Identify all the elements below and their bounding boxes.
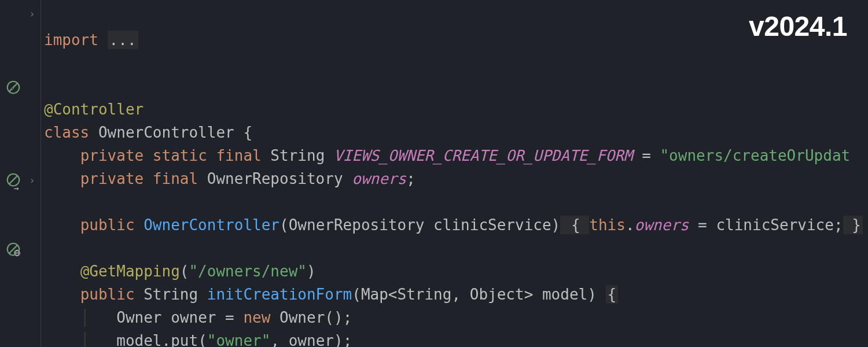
type-string: String bbox=[270, 147, 334, 164]
code-line: public OwnerController(OwnerRepository c… bbox=[44, 216, 863, 234]
constructor-name: OwnerController bbox=[144, 216, 279, 234]
assignment: = clinicService; bbox=[689, 216, 843, 234]
code-line: @Controller bbox=[44, 101, 144, 118]
comma: , bbox=[270, 332, 288, 347]
editor-gutter: › → › bbox=[0, 0, 41, 347]
paren-semi: (); bbox=[325, 309, 352, 326]
var-model: model bbox=[116, 332, 161, 347]
code-line: @GetMapping("/owners/new") bbox=[44, 263, 316, 280]
var-owner: owner bbox=[171, 309, 216, 326]
fold-toggle-icon[interactable]: › bbox=[29, 9, 35, 19]
type-ownerrepository: OwnerRepository bbox=[207, 170, 352, 187]
code-line: private final OwnerRepository owners; bbox=[44, 170, 415, 187]
folded-body-close[interactable]: } bbox=[843, 216, 863, 234]
type-owner: Owner bbox=[116, 309, 171, 326]
code-line: import ... bbox=[44, 31, 138, 49]
semicolon: ; bbox=[406, 170, 415, 187]
keyword-new: new bbox=[243, 309, 279, 326]
folded-placeholder[interactable]: ... bbox=[108, 31, 138, 49]
string-literal: "owner" bbox=[207, 332, 271, 347]
type-string: String bbox=[144, 286, 207, 303]
keyword-import: import bbox=[44, 31, 108, 49]
method-initcreationform: initCreationForm bbox=[207, 286, 352, 303]
operator-eq: = bbox=[633, 147, 660, 164]
class-name: OwnerController bbox=[98, 124, 243, 141]
keyword-this: this bbox=[589, 216, 626, 234]
keyword-public: public bbox=[80, 216, 144, 234]
code-line: public String initCreationForm(Map<Strin… bbox=[44, 285, 618, 304]
gutter-border bbox=[41, 0, 41, 347]
annotation-controller: @Controller bbox=[44, 101, 144, 118]
folded-body-open[interactable]: { bbox=[560, 216, 589, 234]
close-paren-semi: ); bbox=[334, 332, 352, 347]
operator-eq: = bbox=[216, 309, 243, 326]
code-line: │ model.put("owner", owner); bbox=[44, 332, 352, 347]
svg-line-1 bbox=[9, 83, 18, 92]
keyword-class: class bbox=[44, 124, 98, 141]
keyword-private: private bbox=[80, 170, 153, 187]
version-watermark: v2024.1 bbox=[749, 13, 847, 40]
field-owners: owners bbox=[352, 170, 406, 187]
code-editor[interactable]: import ... @Controller class OwnerContro… bbox=[44, 5, 863, 347]
dot: . bbox=[626, 216, 635, 234]
code-line: private static final String VIEWS_OWNER_… bbox=[44, 147, 850, 164]
keyword-final: final bbox=[216, 147, 270, 164]
string-literal: "/owners/new" bbox=[189, 263, 307, 280]
code-line: │ Owner owner = new Owner(); bbox=[44, 309, 352, 326]
keyword-private: private bbox=[80, 147, 153, 164]
params: (OwnerRepository clinicService) bbox=[279, 216, 560, 234]
arrow-icon: → bbox=[14, 184, 19, 192]
keyword-final: final bbox=[153, 170, 207, 187]
brace: { bbox=[606, 285, 619, 304]
string-literal: "owners/createOrUpdat bbox=[660, 147, 850, 164]
web-mapping-icon[interactable] bbox=[6, 242, 21, 257]
paren-open: ( bbox=[180, 263, 189, 280]
inspection-icon[interactable] bbox=[6, 80, 21, 95]
fold-toggle-icon[interactable]: › bbox=[29, 175, 35, 186]
constant-name: VIEWS_OWNER_CREATE_OR_UPDATE_FORM bbox=[334, 147, 633, 164]
annotation-getmapping: @GetMapping bbox=[80, 263, 180, 280]
ctor-owner: Owner bbox=[279, 309, 325, 326]
dot-put: .put( bbox=[162, 332, 207, 347]
keyword-public: public bbox=[80, 286, 144, 303]
paren-close: ) bbox=[307, 263, 316, 280]
field-owners: owners bbox=[635, 216, 689, 234]
keyword-static: static bbox=[153, 147, 216, 164]
params: (Map<String, Object> model) bbox=[352, 286, 605, 303]
var-owner: owner bbox=[289, 332, 334, 347]
brace: { bbox=[243, 124, 252, 141]
code-line: class OwnerController { bbox=[44, 124, 252, 141]
